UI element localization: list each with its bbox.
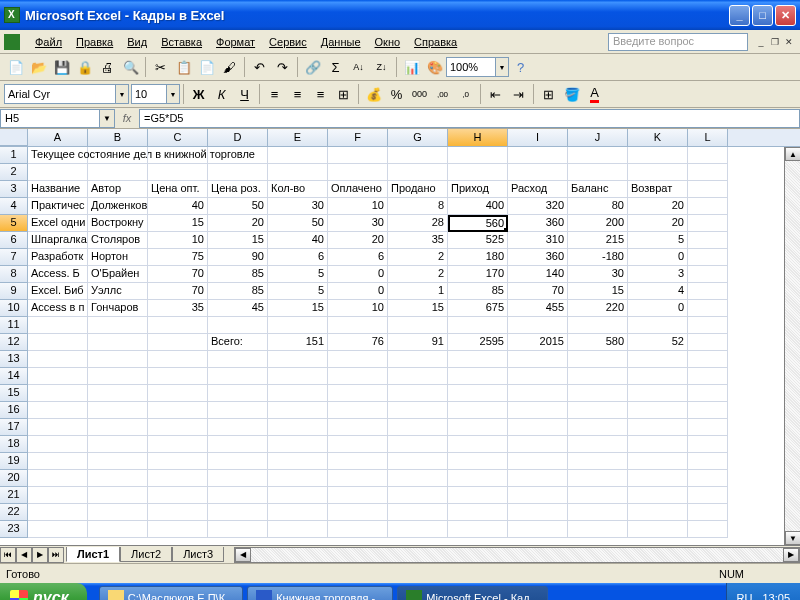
cell-C18[interactable] [148, 436, 208, 453]
cell-K17[interactable] [628, 419, 688, 436]
select-all-corner[interactable] [0, 129, 28, 146]
cell-K10[interactable]: 0 [628, 300, 688, 317]
sort-desc-button[interactable]: Z↓ [370, 56, 393, 78]
cell-E10[interactable]: 15 [268, 300, 328, 317]
cell-G1[interactable] [388, 147, 448, 164]
column-header-C[interactable]: C [148, 129, 208, 146]
redo-button[interactable]: ↷ [271, 56, 294, 78]
cell-H22[interactable] [448, 504, 508, 521]
cell-F22[interactable] [328, 504, 388, 521]
cell-E22[interactable] [268, 504, 328, 521]
cell-K14[interactable] [628, 368, 688, 385]
cell-L14[interactable] [688, 368, 728, 385]
cell-G11[interactable] [388, 317, 448, 334]
cell-E3[interactable]: Кол-во [268, 181, 328, 198]
tab-next-button[interactable]: ▶ [32, 547, 48, 563]
cell-G16[interactable] [388, 402, 448, 419]
bold-button[interactable]: Ж [187, 83, 210, 105]
cell-B17[interactable] [88, 419, 148, 436]
cell-I21[interactable] [508, 487, 568, 504]
cell-F8[interactable]: 0 [328, 266, 388, 283]
cell-B16[interactable] [88, 402, 148, 419]
cell-E21[interactable] [268, 487, 328, 504]
row-header-15[interactable]: 15 [0, 385, 28, 402]
cell-L20[interactable] [688, 470, 728, 487]
paste-button[interactable]: 📄 [195, 56, 218, 78]
cell-G4[interactable]: 8 [388, 198, 448, 215]
cell-E16[interactable] [268, 402, 328, 419]
cell-I9[interactable]: 70 [508, 283, 568, 300]
menu-edit[interactable]: Правка [69, 33, 120, 51]
cell-D12[interactable]: Всего: [208, 334, 268, 351]
cell-F3[interactable]: Оплачено [328, 181, 388, 198]
autosum-button[interactable]: Σ [324, 56, 347, 78]
cell-B14[interactable] [88, 368, 148, 385]
cell-A5[interactable]: Excel одни [28, 215, 88, 232]
taskbar-item[interactable]: С:\Маслюков Е.П\К... [99, 586, 244, 600]
increase-decimal-button[interactable]: ,00 [431, 83, 454, 105]
cell-K3[interactable]: Возврат [628, 181, 688, 198]
cell-L11[interactable] [688, 317, 728, 334]
cell-B5[interactable]: Вострокну [88, 215, 148, 232]
column-header-F[interactable]: F [328, 129, 388, 146]
cell-J6[interactable]: 215 [568, 232, 628, 249]
cell-K16[interactable] [628, 402, 688, 419]
cell-F16[interactable] [328, 402, 388, 419]
cell-H12[interactable]: 2595 [448, 334, 508, 351]
cell-B2[interactable] [88, 164, 148, 181]
sheet-tab-active[interactable]: Лист1 [66, 547, 120, 562]
font-color-button[interactable]: A [583, 83, 606, 105]
cell-I7[interactable]: 360 [508, 249, 568, 266]
cell-H5[interactable]: 560 [448, 215, 508, 232]
cell-G15[interactable] [388, 385, 448, 402]
cell-D11[interactable] [208, 317, 268, 334]
cell-A3[interactable]: Название [28, 181, 88, 198]
cell-K1[interactable] [628, 147, 688, 164]
cell-G21[interactable] [388, 487, 448, 504]
cell-E17[interactable] [268, 419, 328, 436]
cell-G23[interactable] [388, 521, 448, 538]
cell-L12[interactable] [688, 334, 728, 351]
name-box-dropdown[interactable]: ▼ [100, 109, 115, 128]
cell-H3[interactable]: Приход [448, 181, 508, 198]
cell-I11[interactable] [508, 317, 568, 334]
cell-C20[interactable] [148, 470, 208, 487]
cell-A2[interactable] [28, 164, 88, 181]
menu-file[interactable]: Файл [28, 33, 69, 51]
cell-D6[interactable]: 15 [208, 232, 268, 249]
cell-E9[interactable]: 5 [268, 283, 328, 300]
cell-L16[interactable] [688, 402, 728, 419]
cell-H21[interactable] [448, 487, 508, 504]
cell-J5[interactable]: 200 [568, 215, 628, 232]
cell-E8[interactable]: 5 [268, 266, 328, 283]
cell-H13[interactable] [448, 351, 508, 368]
cell-F12[interactable]: 76 [328, 334, 388, 351]
cell-D21[interactable] [208, 487, 268, 504]
sheet-tab[interactable]: Лист2 [120, 547, 172, 562]
format-painter-button[interactable]: 🖌 [218, 56, 241, 78]
sheet-tab[interactable]: Лист3 [172, 547, 224, 562]
fill-color-button[interactable]: 🪣 [560, 83, 583, 105]
cell-J17[interactable] [568, 419, 628, 436]
cell-J7[interactable]: -180 [568, 249, 628, 266]
row-header-18[interactable]: 18 [0, 436, 28, 453]
cell-J11[interactable] [568, 317, 628, 334]
help-button[interactable]: ? [509, 56, 532, 78]
cell-K6[interactable]: 5 [628, 232, 688, 249]
column-header-G[interactable]: G [388, 129, 448, 146]
cell-J22[interactable] [568, 504, 628, 521]
cell-G9[interactable]: 1 [388, 283, 448, 300]
decrease-indent-button[interactable]: ⇤ [484, 83, 507, 105]
cell-I16[interactable] [508, 402, 568, 419]
cell-G14[interactable] [388, 368, 448, 385]
cell-G19[interactable] [388, 453, 448, 470]
cell-C11[interactable] [148, 317, 208, 334]
cell-D4[interactable]: 50 [208, 198, 268, 215]
cell-L18[interactable] [688, 436, 728, 453]
cell-G2[interactable] [388, 164, 448, 181]
row-header-2[interactable]: 2 [0, 164, 28, 181]
cells-area[interactable]: Текущее состояние дел в книжной торговле… [28, 147, 728, 538]
cell-C4[interactable]: 40 [148, 198, 208, 215]
cell-E12[interactable]: 151 [268, 334, 328, 351]
cell-B11[interactable] [88, 317, 148, 334]
